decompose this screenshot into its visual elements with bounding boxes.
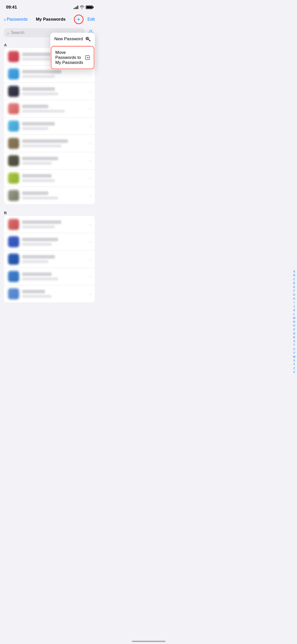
add-button[interactable]: + — [74, 15, 83, 24]
section-header-b: B — [0, 209, 99, 216]
item-info — [22, 105, 88, 113]
move-passwords-text: Move Passwords to My Passwords — [55, 50, 85, 65]
item-info — [22, 174, 88, 182]
item-info — [22, 290, 88, 298]
item-info — [22, 238, 88, 246]
chevron-right-icon: › — [90, 292, 91, 296]
move-passwords-option[interactable]: Move Passwords to My Passwords — [51, 47, 94, 69]
plus-icon: + — [77, 17, 80, 22]
move-icon — [85, 55, 90, 60]
list-item[interactable]: › — [4, 285, 95, 302]
list-item[interactable]: › — [4, 251, 95, 268]
section-a-list: › › › › — [4, 48, 95, 204]
list-item[interactable]: › — [4, 83, 95, 100]
chevron-right-icon: › — [90, 176, 91, 180]
status-icons — [74, 6, 93, 9]
item-info — [22, 255, 88, 263]
search-placeholder: Search — [11, 30, 24, 35]
list-item[interactable]: › — [4, 216, 95, 233]
item-info — [22, 70, 88, 78]
nav-bar: ‹ Passwords My Passwords + Edit — [0, 13, 99, 27]
search-icon: ⌕ — [7, 31, 9, 35]
list-item[interactable]: › — [4, 100, 95, 117]
new-password-label: New Password — [54, 36, 83, 42]
list-item[interactable]: › — [4, 135, 95, 152]
item-info — [22, 191, 88, 199]
page-title: My Passwords — [36, 17, 66, 22]
move-passwords-line2: My Passwords — [55, 60, 85, 65]
item-info — [22, 87, 88, 95]
list-item[interactable]: › — [4, 268, 95, 285]
chevron-right-icon: › — [90, 89, 91, 93]
svg-point-4 — [87, 38, 88, 39]
status-bar: 09:41 — [0, 0, 99, 13]
back-button[interactable]: ‹ Passwords — [4, 17, 28, 22]
chevron-right-icon: › — [90, 222, 91, 226]
move-passwords-highlight: Move Passwords to My Passwords — [51, 46, 94, 69]
list-item[interactable]: › — [4, 187, 95, 204]
item-info — [22, 122, 88, 130]
chevron-right-icon: › — [90, 240, 91, 244]
edit-button[interactable]: Edit — [88, 17, 95, 22]
chevron-right-icon: › — [90, 159, 91, 163]
list-item[interactable]: › — [4, 117, 95, 135]
chevron-right-icon: › — [90, 72, 91, 76]
item-info — [22, 272, 88, 280]
item-info — [22, 139, 88, 147]
chevron-right-icon: › — [90, 274, 91, 278]
wifi-icon — [80, 6, 84, 9]
new-password-option[interactable]: New Password — [50, 33, 95, 46]
item-info — [22, 157, 88, 165]
password-list: A › › › — [0, 39, 99, 302]
back-label: Passwords — [7, 17, 28, 22]
list-item[interactable]: › — [4, 152, 95, 170]
list-item[interactable]: › — [4, 170, 95, 187]
signal-icon — [74, 6, 78, 9]
move-passwords-line1: Move Passwords to — [55, 50, 85, 60]
nav-actions: + Edit — [74, 15, 95, 24]
item-info — [22, 220, 88, 228]
battery-icon — [86, 6, 93, 9]
section-b-list: › › › › — [4, 216, 95, 302]
chevron-right-icon: › — [90, 193, 91, 197]
status-time: 09:41 — [6, 5, 17, 10]
dropdown-menu: New Password Move Passwords to My Passwo… — [50, 33, 95, 70]
chevron-right-icon: › — [90, 257, 91, 261]
chevron-right-icon: › — [90, 124, 91, 128]
chevron-left-icon: ‹ — [4, 17, 6, 22]
key-icon — [85, 36, 91, 42]
chevron-right-icon: › — [90, 141, 91, 145]
chevron-right-icon: › — [90, 107, 91, 111]
list-item[interactable]: › — [4, 233, 95, 251]
